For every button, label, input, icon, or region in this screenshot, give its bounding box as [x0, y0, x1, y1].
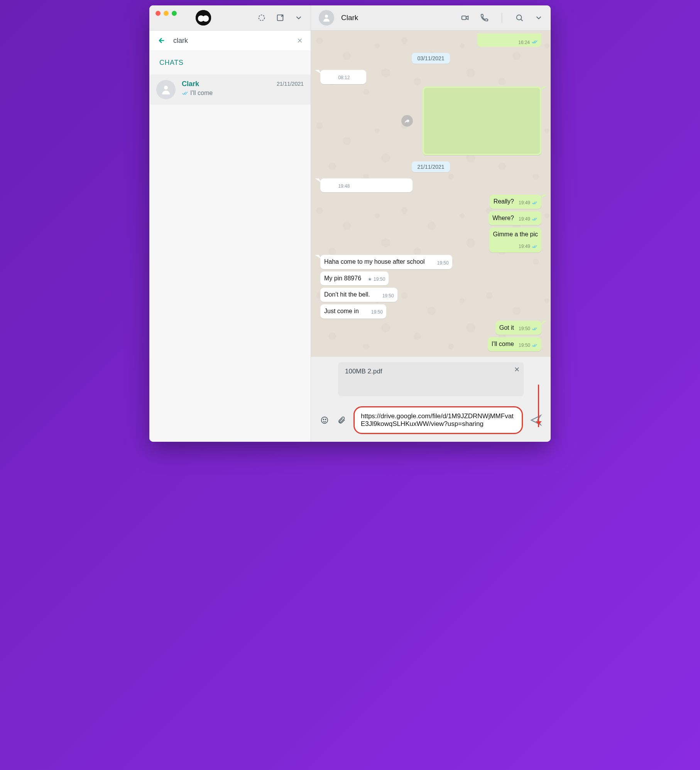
minimize-window-button[interactable]	[164, 11, 169, 16]
outgoing-bubble[interactable]: I'll come 19:50	[488, 337, 541, 351]
chevron-down-icon[interactable]	[534, 14, 543, 22]
new-chat-icon[interactable]	[276, 14, 284, 22]
message-text	[324, 73, 326, 81]
svg-point-0	[259, 15, 265, 21]
read-ticks-icon	[532, 326, 538, 332]
outgoing-media-bubble[interactable]	[423, 86, 541, 155]
message-time: 19:49	[519, 243, 530, 249]
status-icon[interactable]	[257, 14, 266, 22]
video-call-icon[interactable]	[461, 14, 469, 22]
message-row	[320, 86, 541, 155]
date-separator: 21/11/2021	[320, 161, 541, 172]
message-text: My pin 88976	[324, 274, 361, 283]
message-text: Don't hit the bell.	[324, 290, 370, 299]
chats-section-title: CHATS	[149, 51, 311, 75]
outgoing-bubble[interactable]: Where? 19:49	[489, 211, 541, 226]
chat-title: Clark	[341, 14, 358, 22]
outgoing-bubble-partial[interactable]: 16:24	[477, 34, 541, 47]
sidebar-header	[149, 5, 311, 31]
chat-list-item[interactable]: Clark I'll come 21/11/2021	[149, 75, 311, 105]
divider	[502, 13, 502, 23]
outgoing-bubble[interactable]: Gimme a the pic 19:49	[489, 227, 541, 253]
message-row: 16:24	[320, 34, 541, 47]
message-row: Haha come to my house after school 19:50	[320, 255, 541, 269]
chat-panel: Clark 16:24	[311, 5, 551, 442]
message-text: Got it	[499, 324, 514, 332]
message-text: Gimme a the pic	[493, 230, 538, 239]
close-attachment-icon[interactable]: ✕	[514, 365, 520, 374]
message-input-text: https://drive.google.com/file/d/1M9JZDRN…	[361, 412, 516, 428]
incoming-bubble[interactable]: 19:48	[320, 178, 413, 193]
incoming-bubble[interactable]: 08:12	[320, 70, 366, 84]
svg-point-13	[325, 419, 326, 420]
message-time: 08:12	[338, 75, 350, 81]
message-input[interactable]: https://drive.google.com/file/d/1M9JZDRN…	[353, 406, 523, 434]
read-ticks-icon	[532, 200, 538, 206]
attachment-card[interactable]: 100MB 2.pdf ✕	[338, 362, 524, 396]
message-time: 19:48	[338, 183, 350, 189]
maximize-window-button[interactable]	[172, 11, 177, 16]
search-input[interactable]	[172, 36, 289, 45]
my-avatar[interactable]	[196, 10, 211, 25]
message-row: Where? 19:49	[320, 211, 541, 226]
svg-point-11	[321, 417, 328, 424]
message-row: I'll come 19:50	[320, 337, 541, 351]
compose-bar: https://drive.google.com/file/d/1M9JZDRN…	[311, 402, 551, 442]
incoming-bubble[interactable]: Don't hit the bell. 19:50	[320, 288, 397, 302]
chat-header-actions	[461, 13, 543, 23]
outgoing-bubble[interactable]: Got it 19:50	[495, 321, 541, 335]
clear-search-icon[interactable]	[296, 37, 304, 44]
read-ticks-icon	[182, 90, 189, 97]
svg-point-5	[164, 86, 168, 90]
svg-line-10	[521, 19, 523, 21]
read-ticks-icon	[531, 38, 538, 45]
contact-name: Clark	[182, 80, 271, 88]
message-row: 08:12	[320, 70, 541, 84]
message-text: Really?	[494, 197, 514, 206]
date-pill: 21/11/2021	[412, 161, 450, 172]
message-row: My pin 88976 ★19:50	[320, 271, 541, 286]
incoming-bubble[interactable]: Haha come to my house after school 19:50	[320, 255, 452, 269]
message-row: Just come in 19:50	[320, 304, 541, 319]
back-arrow-icon[interactable]	[156, 36, 166, 45]
svg-marker-8	[466, 16, 468, 19]
emoji-icon[interactable]	[320, 415, 330, 425]
svg-point-9	[517, 15, 522, 20]
close-window-button[interactable]	[156, 11, 161, 16]
message-time: 19:50	[519, 326, 530, 332]
search-chat-icon[interactable]	[515, 14, 524, 22]
message-row: 19:48	[320, 178, 541, 193]
message-row: Gimme a the pic 19:49	[320, 227, 541, 253]
send-button[interactable]	[530, 414, 542, 426]
date-pill: 03/11/2021	[412, 53, 450, 64]
chat-date: 21/11/2021	[277, 80, 304, 87]
contact-avatar	[156, 80, 176, 99]
outgoing-bubble[interactable]: Really? 19:49	[490, 195, 541, 209]
message-text: Just come in	[324, 307, 359, 315]
star-icon: ★	[368, 276, 372, 282]
chevron-down-icon[interactable]	[294, 14, 303, 22]
media-placeholder	[424, 88, 540, 154]
window-controls	[156, 11, 177, 16]
message-row: Don't hit the bell. 19:50	[320, 288, 541, 302]
svg-point-6	[325, 15, 328, 18]
message-time: 19:50	[374, 276, 385, 282]
preview-text: I'll come	[190, 90, 213, 97]
voice-call-icon[interactable]	[480, 14, 489, 22]
message-text	[324, 181, 326, 190]
message-text: Where?	[492, 214, 514, 222]
forward-icon[interactable]	[401, 115, 413, 127]
message-time: 19:49	[519, 216, 530, 222]
messages-panel[interactable]: 16:24 03/11/2021 08:12	[311, 31, 551, 357]
read-ticks-icon	[532, 342, 538, 348]
chat-contact-avatar[interactable]	[319, 10, 334, 25]
message-time: 19:50	[519, 342, 530, 348]
message-time: 19:50	[382, 293, 394, 299]
search-row	[149, 31, 311, 51]
incoming-bubble[interactable]: Just come in 19:50	[320, 304, 386, 319]
attach-icon[interactable]	[336, 415, 347, 425]
message-row: Got it 19:50	[320, 321, 541, 335]
message-time: 19:50	[437, 260, 449, 266]
message-time: 19:50	[371, 309, 383, 315]
incoming-bubble[interactable]: My pin 88976 ★19:50	[320, 271, 389, 286]
